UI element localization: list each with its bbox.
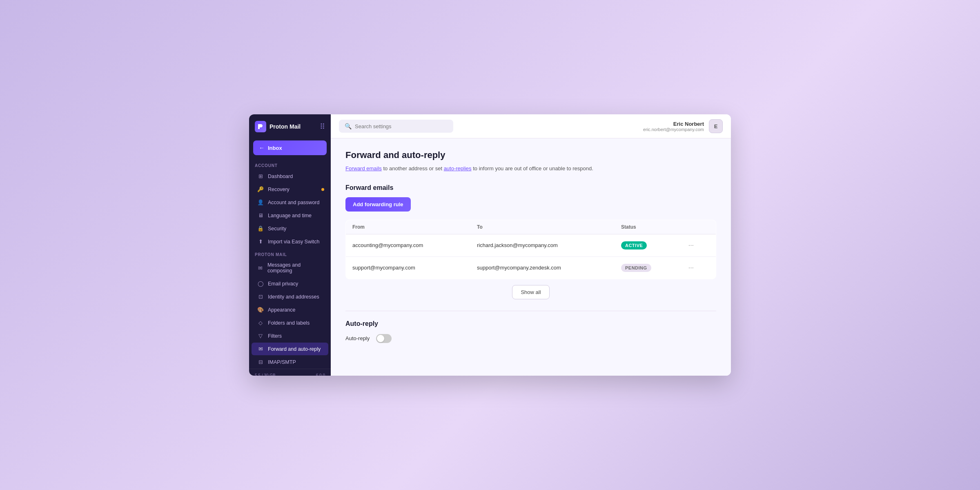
inbox-button[interactable]: ← Inbox	[253, 140, 327, 155]
logo-text: Proton Mail	[270, 123, 301, 130]
sidebar-item-identity[interactable]: ⊡ Identity and addresses	[252, 290, 328, 303]
inbox-label: Inbox	[268, 145, 282, 151]
status-badge: ACTIVE	[621, 241, 647, 249]
grid-icon[interactable]: ⠿	[320, 122, 325, 131]
from-email-1: accounting@mycompany.com	[346, 234, 471, 256]
forward-emails-link[interactable]: Forward emails	[345, 165, 382, 172]
col-to: To	[470, 220, 615, 234]
sidebar-item-dashboard[interactable]: ⊞ Dashboard	[252, 170, 328, 183]
language-icon: 🖥	[257, 212, 264, 218]
actions-cell-1: ···	[679, 234, 716, 256]
forward-emails-title: Forward emails	[345, 184, 716, 192]
sidebar-account-section: Account ⊞ Dashboard 🔑 Recovery 👤 Account…	[249, 159, 331, 248]
sidebar-item-filters[interactable]: ▽ Filters	[252, 330, 328, 342]
page-content: Forward and auto-reply Forward emails to…	[331, 138, 731, 376]
main-content: 🔍 Eric Norbert eric.norbert@mycompany.co…	[331, 114, 731, 376]
user-email: eric.norbert@mycompany.com	[643, 127, 704, 132]
more-options-button-1[interactable]: ···	[685, 240, 697, 251]
sidebar-item-security[interactable]: 🔒 Security	[252, 222, 328, 235]
forward-emails-section: Forward emails Add forwarding rule From …	[345, 184, 716, 299]
toggle-knob	[377, 335, 384, 342]
more-options-button-2[interactable]: ···	[685, 263, 697, 273]
sidebar-item-label: Language and time	[268, 213, 312, 218]
status-cell-2: PENDING	[615, 256, 679, 279]
sidebar-item-appearance[interactable]: 🎨 Appearance	[252, 303, 328, 316]
sidebar-item-label: Security	[268, 226, 286, 232]
sidebar-item-label: Import via Easy Switch	[268, 239, 319, 245]
user-info: Eric Norbert eric.norbert@mycompany.com	[643, 121, 704, 132]
to-email-2: support@mycompany.zendesk.com	[470, 256, 615, 279]
avatar[interactable]: E	[709, 119, 723, 133]
sidebar-item-language-time[interactable]: 🖥 Language and time	[252, 209, 328, 222]
security-icon: 🔒	[257, 225, 264, 232]
import-icon: ⬆	[257, 238, 264, 245]
add-forwarding-rule-button[interactable]: Add forwarding rule	[345, 197, 411, 212]
account-section-label: Account	[249, 159, 331, 169]
sidebar-item-label: Dashboard	[268, 174, 293, 179]
dashboard-icon: ⊞	[257, 173, 264, 179]
sidebar-item-forward-auto-reply[interactable]: ✉ Forward and auto-reply	[252, 343, 328, 355]
page-title: Forward and auto-reply	[345, 150, 716, 160]
sidebar-item-label: Messages and composing	[267, 262, 323, 274]
sidebar-item-label: Identity and addresses	[268, 294, 319, 300]
sidebar-item-messages[interactable]: ✉ Messages and composing	[252, 259, 328, 277]
sidebar-item-easy-switch[interactable]: ⬆ Import via Easy Switch	[252, 235, 328, 248]
to-email-1: richard.jackson@mycompany.com	[470, 234, 615, 256]
status-cell-1: ACTIVE	[615, 234, 679, 256]
identity-icon: ⊡	[257, 294, 264, 300]
sidebar-item-email-privacy[interactable]: ◯ Email privacy	[252, 277, 328, 290]
sidebar-item-recovery[interactable]: 🔑 Recovery	[252, 183, 328, 196]
search-box[interactable]: 🔍	[339, 120, 453, 133]
sidebar-item-folders[interactable]: ◇ Folders and labels	[252, 316, 328, 329]
table-row: accounting@mycompany.com richard.jackson…	[346, 234, 716, 256]
sidebar-item-label: Filters	[268, 333, 282, 339]
sidebar: Proton Mail ⠿ ← Inbox Account ⊞ Dashboar…	[249, 114, 331, 376]
sidebar-item-label: Email privacy	[268, 281, 298, 287]
auto-reply-row: Auto-reply	[345, 334, 716, 343]
col-from: From	[346, 220, 471, 234]
auto-reply-label: Auto-reply	[345, 335, 370, 341]
show-all-button[interactable]: Show all	[512, 285, 549, 299]
imap-icon: ⊟	[257, 359, 264, 365]
protonmail-section-label: Proton Mail	[249, 248, 331, 258]
sidebar-protonmail-section: Proton Mail ✉ Messages and composing ◯ E…	[249, 248, 331, 369]
folders-icon: ◇	[257, 320, 264, 326]
auto-reply-toggle[interactable]	[376, 334, 392, 343]
sidebar-footer: 5.5 / 30 GB 6.0.0	[249, 369, 331, 376]
sidebar-item-label: Forward and auto-reply	[268, 346, 321, 352]
auto-replies-link[interactable]: auto-replies	[444, 165, 472, 172]
messages-icon: ✉	[257, 265, 263, 271]
sidebar-item-imap-smtp[interactable]: ⊟ IMAP/SMTP	[252, 356, 328, 368]
table-row: support@mycompany.com support@mycompany.…	[346, 256, 716, 279]
arrow-left-icon: ←	[259, 145, 265, 151]
version-text: 6.0.0	[316, 373, 325, 376]
col-status: Status	[615, 220, 679, 234]
user-name: Eric Norbert	[643, 121, 704, 127]
sidebar-item-label: IMAP/SMTP	[268, 359, 296, 365]
page-description: Forward emails to another address or set…	[345, 165, 716, 173]
sidebar-item-account-password[interactable]: 👤 Account and password	[252, 196, 328, 209]
user-area: Eric Norbert eric.norbert@mycompany.com …	[643, 119, 723, 133]
sidebar-item-label: Folders and labels	[268, 320, 310, 326]
sidebar-item-label: Account and password	[268, 200, 319, 205]
proton-logo-icon	[255, 121, 266, 132]
sidebar-item-label: Appearance	[268, 307, 295, 313]
from-email-2: support@mycompany.com	[346, 256, 471, 279]
search-input[interactable]	[355, 123, 448, 129]
status-badge: PENDING	[621, 264, 651, 272]
sidebar-item-label: Recovery	[268, 187, 290, 192]
sidebar-header: Proton Mail ⠿	[249, 114, 331, 139]
col-actions	[679, 220, 716, 234]
topbar: 🔍 Eric Norbert eric.norbert@mycompany.co…	[331, 114, 731, 138]
app-window: Proton Mail ⠿ ← Inbox Account ⊞ Dashboar…	[249, 114, 731, 376]
logo-area: Proton Mail	[255, 121, 301, 132]
recovery-icon: 🔑	[257, 186, 264, 192]
storage-used: 5.5 / 30 GB	[255, 373, 276, 376]
privacy-icon: ◯	[257, 281, 264, 287]
auto-reply-section: Auto-reply Auto-reply	[345, 320, 716, 343]
forwarding-table: From To Status accounting@mycompany.com …	[345, 220, 716, 279]
actions-cell-2: ···	[679, 256, 716, 279]
auto-reply-title: Auto-reply	[345, 320, 716, 327]
filters-icon: ▽	[257, 333, 264, 339]
appearance-icon: 🎨	[257, 307, 264, 313]
